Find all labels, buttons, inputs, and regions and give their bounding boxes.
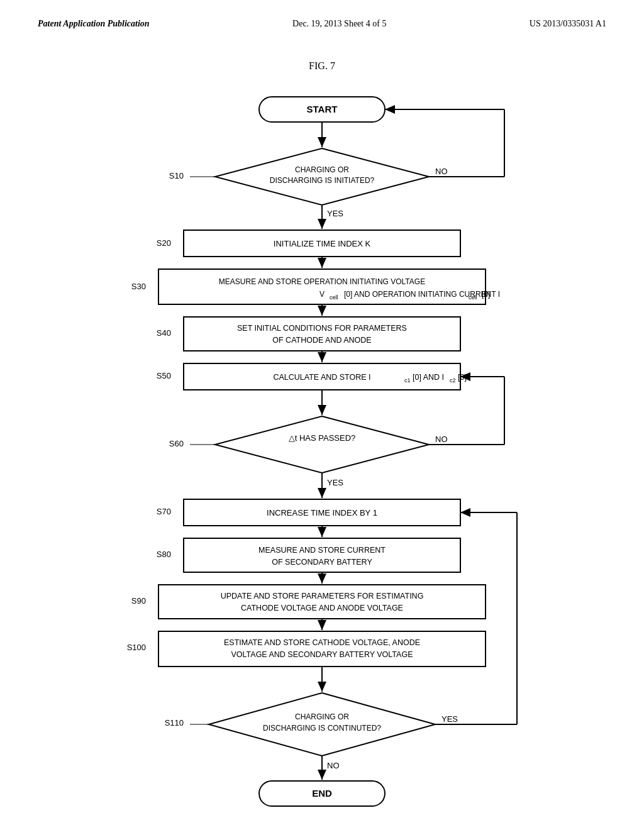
page: Patent Application Publication Dec. 19, … [0,0,644,830]
svg-rect-19 [158,269,486,304]
figure-container: FIG. 7 START CHARGING OR DISCHARGING IS … [38,54,606,816]
svg-text:[0] AND I: [0] AND I [413,373,444,382]
svg-text:MEASURE AND STORE OPERATION IN: MEASURE AND STORE OPERATION INITIATING V… [219,277,425,286]
svg-text:OF SECONDARY BATTERY: OF SECONDARY BATTERY [272,558,372,567]
svg-text:S50: S50 [157,371,171,380]
svg-text:MEASURE AND STORE CURRENT: MEASURE AND STORE CURRENT [258,546,386,555]
svg-text:DISCHARGING IS CONTINUTED?: DISCHARGING IS CONTINUTED? [263,724,381,733]
svg-text:NO: NO [327,761,340,770]
svg-text:UPDATE AND STORE PARAMETERS FO: UPDATE AND STORE PARAMETERS FOR ESTIMATI… [221,592,424,600]
svg-text:SET INITIAL CONDITIONS FOR PAR: SET INITIAL CONDITIONS FOR PARAMETERS [237,324,407,333]
svg-text:c2: c2 [450,377,456,384]
svg-text:S40: S40 [157,328,171,338]
svg-text:cell: cell [330,294,338,301]
header-center: Dec. 19, 2013 Sheet 4 of 5 [292,19,386,29]
svg-text:VOLTAGE AND SECONDARY BATTERY : VOLTAGE AND SECONDARY BATTERY VOLTAGE [231,650,413,659]
svg-text:△t HAS PASSED?: △t HAS PASSED? [289,433,356,443]
svg-text:S30: S30 [131,282,146,291]
svg-text:c1: c1 [404,377,411,384]
svg-text:S80: S80 [157,550,171,559]
svg-text:S90: S90 [131,596,146,606]
svg-text:NO: NO [435,434,448,444]
svg-text:CALCULATE AND STORE I: CALCULATE AND STORE I [273,373,370,382]
svg-text:S10: S10 [169,171,184,180]
svg-text:INCREASE TIME INDEX BY 1: INCREASE TIME INDEX BY 1 [267,508,377,517]
header-left: Patent Application Publication [38,19,150,29]
svg-rect-28 [184,317,460,351]
svg-text:S110: S110 [165,718,184,728]
svg-text:S100: S100 [127,643,146,652]
svg-rect-65 [158,631,486,667]
svg-marker-41 [215,416,429,473]
header-right: US 2013/0335031 A1 [530,19,606,29]
svg-text:OF CATHODE AND ANODE: OF CATHODE AND ANODE [272,336,371,345]
svg-text:ESTIMATE AND STORE CATHODE VOL: ESTIMATE AND STORE CATHODE VOLTAGE, ANOD… [224,638,420,647]
svg-text:YES: YES [441,714,458,724]
svg-text:NO: NO [435,167,448,176]
svg-text:CHARGING OR: CHARGING OR [295,165,349,174]
svg-text:YES: YES [327,478,343,487]
svg-text:CHARGING OR: CHARGING OR [295,712,349,721]
svg-text:YES: YES [327,209,343,218]
svg-rect-55 [184,538,460,572]
svg-text:START: START [307,104,338,114]
flowchart-diagram: START CHARGING OR DISCHARGING IS INITIAT… [102,91,542,814]
svg-text:V: V [319,290,325,299]
svg-text:DISCHARGING IS INITIATED?: DISCHARGING IS INITIATED? [270,176,375,185]
svg-text:[0]: [0] [482,290,490,299]
svg-text:S20: S20 [157,238,171,248]
svg-text:INITIALIZE TIME INDEX K: INITIALIZE TIME INDEX K [274,239,371,248]
flowchart-svg-container: START CHARGING OR DISCHARGING IS INITIAT… [102,91,542,816]
header: Patent Application Publication Dec. 19, … [38,19,606,29]
figure-title: FIG. 7 [309,60,335,72]
svg-text:END: END [312,788,332,799]
svg-rect-60 [158,585,486,619]
svg-text:cell: cell [469,294,477,301]
svg-text:S70: S70 [157,507,171,516]
svg-text:CATHODE VOLTAGE AND ANODE VOLT: CATHODE VOLTAGE AND ANODE VOLTAGE [241,604,403,612]
svg-text:S60: S60 [169,439,184,448]
